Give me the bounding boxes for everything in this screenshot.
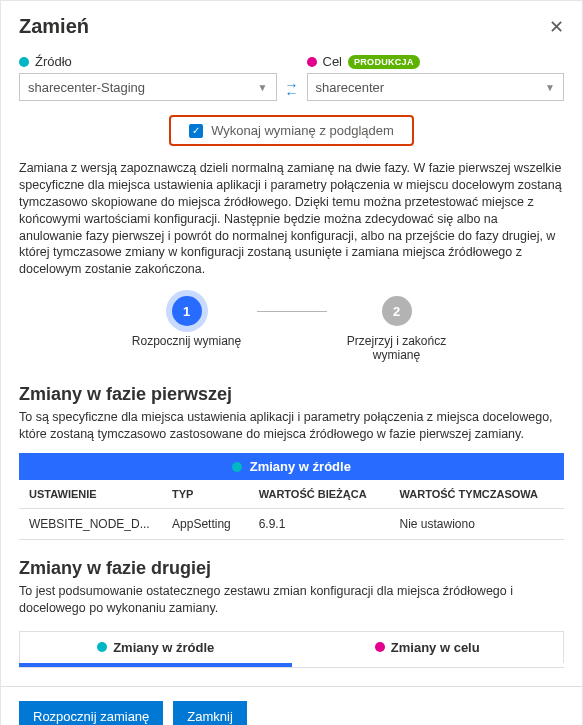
swap-direction-icon[interactable]: →← [285, 81, 299, 101]
col-setting: USTAWIENIE [19, 480, 162, 509]
target-dot-icon [375, 642, 385, 652]
panel-footer: Rozpocznij zamianę Zamknij [1, 686, 582, 725]
step-1: 1 Rozpocznij wymianę [117, 296, 257, 348]
step-2-label: Przejrzyj i zakończ wymianę [327, 334, 467, 362]
source-dot-icon [232, 462, 242, 472]
step-1-circle: 1 [172, 296, 202, 326]
tab-source-changes[interactable]: Zmiany w źródle [20, 632, 292, 663]
cell-type: AppSetting [162, 508, 249, 539]
col-type: TYP [162, 480, 249, 509]
tab-target-label: Zmiany w celu [391, 640, 480, 655]
target-label-row: Cel PRODUKCJA [307, 54, 565, 69]
source-dot-icon [19, 57, 29, 67]
phase1-heading: Zmiany w fazie pierwszej [19, 384, 564, 405]
phase1-description: To są specyficzne dla miejsca ustawienia… [1, 409, 582, 453]
preview-checkbox-label: Wykonaj wymianę z podglądem [211, 123, 394, 138]
phase1-table-wrap: Zmiany w źródle USTAWIENIE TYP WARTOŚĆ B… [1, 453, 582, 540]
chevron-down-icon: ▼ [545, 82, 555, 93]
table-row: WEBSITE_NODE_D... AppSetting 6.9.1 Nie u… [19, 508, 564, 539]
phase1-table: USTAWIENIE TYP WARTOŚĆ BIEŻĄCA WARTOŚĆ T… [19, 480, 564, 540]
col-current: WARTOŚĆ BIEŻĄCA [249, 480, 390, 509]
close-button[interactable]: Zamknij [173, 701, 247, 725]
target-dot-icon [307, 57, 317, 67]
close-icon[interactable]: ✕ [549, 16, 564, 38]
preview-highlight-box: ✓ Wykonaj wymianę z podglądem [169, 115, 414, 146]
step-connector [257, 311, 327, 312]
phase1-tab-label: Zmiany w źródle [250, 459, 351, 474]
source-label-row: Źródło [19, 54, 277, 69]
preview-checkbox[interactable]: ✓ [189, 124, 203, 138]
swap-panel: Zamień ✕ Źródło sharecenter-Staging ▼ →←… [0, 0, 583, 725]
panel-header: Zamień ✕ [1, 1, 582, 46]
col-temp: WARTOŚĆ TYMCZASOWA [390, 480, 564, 509]
source-dot-icon [97, 642, 107, 652]
source-dropdown[interactable]: sharecenter-Staging ▼ [19, 73, 277, 101]
target-dropdown-value: sharecenter [316, 80, 385, 95]
phase2-divider [19, 667, 564, 668]
step-indicator: 1 Rozpocznij wymianę 2 Przejrzyj i zakoń… [1, 288, 582, 378]
chevron-down-icon: ▼ [258, 82, 268, 93]
slot-selectors: Źródło sharecenter-Staging ▼ →← Cel PROD… [1, 46, 582, 105]
production-badge: PRODUKCJA [348, 55, 420, 69]
step-1-label: Rozpocznij wymianę [117, 334, 257, 348]
target-dropdown[interactable]: sharecenter ▼ [307, 73, 565, 101]
source-dropdown-value: sharecenter-Staging [28, 80, 145, 95]
target-label: Cel [323, 54, 343, 69]
cell-setting: WEBSITE_NODE_D... [19, 508, 162, 539]
cell-current: 6.9.1 [249, 508, 390, 539]
phase2-description: To jest podsumowanie ostatecznego zestaw… [1, 583, 582, 627]
source-column: Źródło sharecenter-Staging ▼ [19, 54, 277, 101]
step-2-circle: 2 [382, 296, 412, 326]
source-label: Źródło [35, 54, 72, 69]
phase1-tab-header: Zmiany w źródle [19, 453, 564, 480]
step-2: 2 Przejrzyj i zakończ wymianę [327, 296, 467, 362]
phase2-heading: Zmiany w fazie drugiej [19, 558, 564, 579]
preview-row: ✓ Wykonaj wymianę z podglądem [1, 105, 582, 156]
tab-source-label: Zmiany w źródle [113, 640, 214, 655]
phase2-tabs: Zmiany w źródle Zmiany w celu [19, 631, 564, 663]
table-header-row: USTAWIENIE TYP WARTOŚĆ BIEŻĄCA WARTOŚĆ T… [19, 480, 564, 509]
swap-description: Zamiana z wersją zapoznawczą dzieli norm… [1, 156, 582, 288]
cell-temp: Nie ustawiono [390, 508, 564, 539]
tab-target-changes[interactable]: Zmiany w celu [292, 632, 564, 663]
panel-title: Zamień [19, 15, 89, 38]
target-column: Cel PRODUKCJA sharecenter ▼ [307, 54, 565, 101]
start-swap-button[interactable]: Rozpocznij zamianę [19, 701, 163, 725]
